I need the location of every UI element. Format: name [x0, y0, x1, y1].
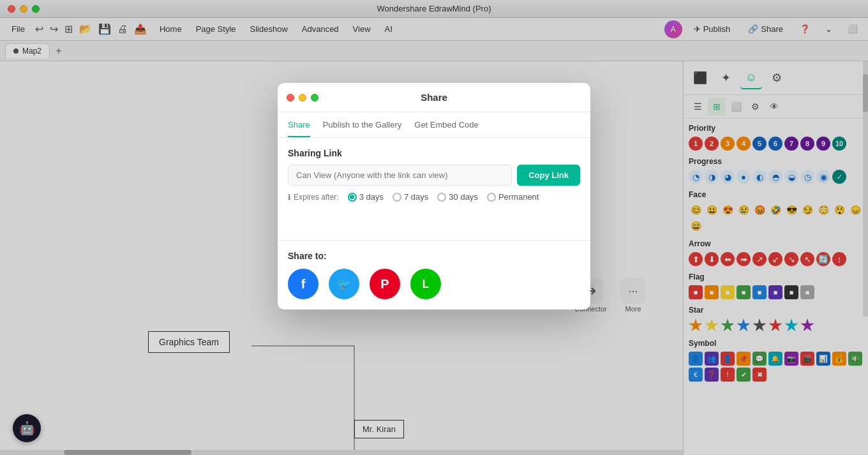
dialog-traffic-lights	[287, 94, 318, 101]
dialog-tab-embed[interactable]: Get Embed Code	[414, 120, 478, 137]
expires-label: ℹ Expires after:	[288, 193, 339, 202]
spacer	[288, 214, 580, 240]
link-input[interactable]	[288, 165, 512, 186]
dialog-tab-share[interactable]: Share	[288, 120, 310, 137]
radio-3days[interactable]: 3 days	[348, 192, 384, 202]
social-icons: f 🐦 P L	[288, 269, 580, 299]
dialog-close-btn[interactable]	[287, 94, 294, 101]
copy-link-button[interactable]: Copy Link	[517, 165, 580, 186]
radio-permanent-circle[interactable]	[487, 193, 496, 202]
dialog-title-bar: Share	[278, 83, 590, 112]
dialog-body: Sharing Link Copy Link ℹ Expires after: …	[278, 138, 590, 310]
radio-3days-circle[interactable]	[348, 193, 357, 202]
share-to-title: Share to:	[288, 251, 580, 261]
line-button[interactable]: L	[410, 269, 441, 299]
sharing-link-title: Sharing Link	[288, 148, 580, 158]
pinterest-button[interactable]: P	[370, 269, 400, 299]
radio-30days[interactable]: 30 days	[437, 192, 478, 202]
dialog-title: Share	[421, 92, 447, 103]
dialog-minimize-btn[interactable]	[299, 94, 306, 101]
dialog-expand-btn[interactable]	[311, 94, 318, 101]
info-icon: ℹ	[288, 193, 291, 202]
twitter-button[interactable]: 🐦	[329, 269, 359, 299]
radio-7days[interactable]: 7 days	[393, 192, 428, 202]
radio-30days-circle[interactable]	[437, 193, 446, 202]
radio-permanent[interactable]: Permanent	[487, 192, 539, 202]
dialog-tab-publish[interactable]: Publish to the Gallery	[323, 120, 402, 137]
dialog-tabs: Share Publish to the Gallery Get Embed C…	[278, 112, 590, 138]
facebook-button[interactable]: f	[288, 269, 318, 299]
share-dialog: Share Share Publish to the Gallery Get E…	[278, 83, 590, 310]
dialog-divider	[278, 240, 590, 241]
radio-7days-circle[interactable]	[393, 193, 401, 202]
expires-row: ℹ Expires after: 3 days 7 days 30 days P…	[288, 192, 580, 202]
link-row: Copy Link	[288, 165, 580, 186]
